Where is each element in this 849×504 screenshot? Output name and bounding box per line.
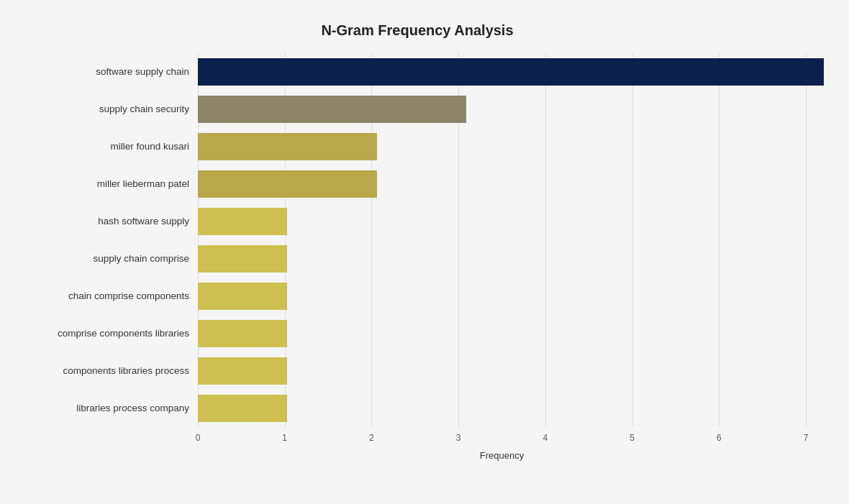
bar xyxy=(198,320,287,347)
bar xyxy=(198,170,377,198)
x-tick: 6 xyxy=(717,433,722,443)
bar xyxy=(198,58,824,86)
bar-row: miller lieberman patel xyxy=(29,165,806,203)
bar-wrapper xyxy=(198,165,806,203)
x-axis-container: 01234567 xyxy=(198,433,806,447)
bar xyxy=(198,357,287,385)
bar-wrapper xyxy=(198,203,806,240)
bar-label: hash software supply xyxy=(29,216,198,226)
bar-wrapper xyxy=(198,315,806,352)
bar xyxy=(198,395,287,422)
bar-wrapper xyxy=(198,53,824,91)
x-axis-label: Frequency xyxy=(198,450,806,461)
chart-title: N-Gram Frequency Analysis xyxy=(29,22,806,39)
x-tick: 2 xyxy=(369,433,374,443)
chart-container: N-Gram Frequency Analysis software suppl… xyxy=(14,8,835,497)
bar-label: chain comprise components xyxy=(29,290,198,301)
bar-row: hash software supply xyxy=(29,203,806,240)
bar xyxy=(198,208,287,235)
bar-row: libraries process company xyxy=(29,390,806,427)
bar xyxy=(198,245,287,272)
bar-row: miller found kusari xyxy=(29,128,806,165)
bar-row: components libraries process xyxy=(29,352,806,390)
bar-label: miller lieberman patel xyxy=(29,178,198,189)
bar-label: supply chain comprise xyxy=(29,253,198,264)
bar xyxy=(198,96,466,123)
bar-wrapper xyxy=(198,352,806,390)
bar-row: supply chain comprise xyxy=(29,240,806,278)
x-tick: 3 xyxy=(456,433,461,443)
bar xyxy=(198,133,377,160)
x-tick: 1 xyxy=(282,433,287,443)
bar-row: software supply chain xyxy=(29,53,806,91)
bar-label: software supply chain xyxy=(29,66,198,77)
bar-wrapper xyxy=(198,128,806,165)
x-tick: 4 xyxy=(543,433,548,443)
bar-wrapper xyxy=(198,91,806,128)
bar-label: libraries process company xyxy=(29,403,198,413)
x-tick: 0 xyxy=(196,433,201,443)
bar-label: components libraries process xyxy=(29,365,198,376)
bar-label: miller found kusari xyxy=(29,141,198,152)
bar-row: chain comprise components xyxy=(29,278,806,315)
x-axis-ticks: 01234567 xyxy=(198,433,806,447)
bar-row: comprise components libraries xyxy=(29,315,806,352)
bar-wrapper xyxy=(198,240,806,278)
x-tick: 5 xyxy=(630,433,635,443)
x-tick: 7 xyxy=(804,433,809,443)
grid-line xyxy=(806,53,807,427)
bar xyxy=(198,283,287,310)
chart-area: software supply chainsupply chain securi… xyxy=(29,53,806,427)
bar-label: supply chain security xyxy=(29,104,198,114)
bar-row: supply chain security xyxy=(29,91,806,128)
bar-wrapper xyxy=(198,390,806,427)
bar-label: comprise components libraries xyxy=(29,328,198,339)
bar-wrapper xyxy=(198,278,806,315)
